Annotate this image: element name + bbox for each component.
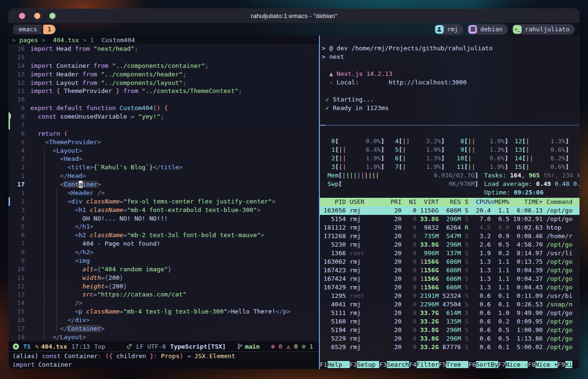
process-row[interactable]: 5229 rmj 20 0 33.8G 296M S 0.6 0.5 1:13.… [320, 334, 579, 343]
process-row[interactable]: 5111 rmj 20 0 33.7G 614M S 0.6 1.0 9:49.… [320, 309, 579, 317]
process-row[interactable]: 167429 rmj 20 0 1156G 686M S 1.3 1.1 0:0… [320, 283, 579, 292]
token: ({ [105, 352, 113, 360]
token: } [123, 283, 127, 290]
cpu-meter: 14[||6.2%] [514, 154, 569, 163]
code-text: import Head from "next/head"; [30, 45, 138, 53]
fkey-number: F4 [409, 361, 417, 368]
process-table-header[interactable]: PID USER PRI NI VIRT RES S CPU%▽MEM% TIM… [320, 198, 579, 206]
line-number: 1 [13, 172, 30, 180]
sort-column-header[interactable]: CPU%▽ [472, 198, 495, 205]
fkey-sortby[interactable]: F6SortBy [468, 361, 498, 369]
code-area[interactable]: 16import Head from "next/head";1514impor… [9, 44, 319, 341]
fkey-search[interactable]: F3Search [379, 361, 409, 369]
breadcrumb-item[interactable]: > [42, 37, 46, 44]
token: "../components/header" [97, 71, 183, 78]
token: alt [30, 266, 93, 273]
memory-meter: Mem[||||||||||6.93G/62.7G] [327, 171, 478, 180]
cpu-percent: 0.6% [490, 154, 504, 163]
status-badge-host[interactable]: debian [467, 24, 508, 35]
status-badge-session[interactable]: >_ rahuljuliato [512, 24, 575, 35]
meter-bar: | [361, 172, 364, 179]
token: > [79, 147, 83, 154]
minimize-button[interactable] [34, 13, 40, 19]
tmux-tab-emacs[interactable]: emacs [13, 25, 42, 34]
echo-line: import Container [12, 361, 315, 369]
process-row[interactable]: 5230 rmj 20 0 33.8G 296M S 2.6 0.5 4:58.… [320, 240, 579, 249]
code-text: </Layout> [30, 333, 86, 341]
tmux-tab-index-badge[interactable]: 1 [43, 25, 56, 34]
meter-bar: | [402, 155, 406, 162]
process-row[interactable]: 1295 root 20 0 2191M 52324 S 0.6 0.1 0:1… [320, 292, 579, 300]
error-count[interactable]: ⊗ 0 [271, 343, 282, 350]
fkey-filter[interactable]: F4Filter [409, 361, 439, 369]
cursor-position: 17:13 [71, 343, 90, 350]
process-row[interactable]: 167424 rmj 20 0 1156G 686M S 1.3 1.1 0:0… [320, 275, 579, 283]
cpu-label: 2 [327, 154, 335, 163]
modeline-filename: 404.tsx [41, 343, 67, 350]
cpu-percent: 0.6% [551, 163, 565, 171]
token: < [30, 198, 71, 205]
code-line: 1 <Header /> [9, 189, 319, 197]
process-row[interactable]: 181112 rmj 20 0 9832 6264 R 4.5 0.0 0:02… [320, 223, 579, 232]
line-number: 2 [13, 163, 30, 172]
breadcrumb-item[interactable]: pages [19, 37, 38, 44]
gutter-marker [9, 324, 13, 333]
token: = [93, 291, 97, 298]
token: import [30, 62, 53, 69]
fkey-ki[interactable]: F9Ki [558, 361, 572, 369]
close-button[interactable] [19, 13, 25, 19]
editor-pane: >pages> 404.tsx>1 Custom404 16import Hea… [9, 36, 319, 369]
line-number: 5 [13, 138, 30, 147]
process-row[interactable]: 167423 rmj 20 0 1156G 686M S 1.3 1.1 0:0… [320, 266, 579, 275]
token: children [112, 352, 149, 360]
token: ={ [101, 274, 109, 281]
breadcrumb-item[interactable]: 404.tsx [49, 37, 79, 44]
warning-count[interactable]: ⚠ 0 [287, 343, 298, 350]
process-row[interactable]: 5194 rmj 20 0 33.8G 296M S 0.6 0.5 1:00.… [320, 326, 579, 334]
token: = [120, 198, 123, 205]
process-row[interactable]: 163062 rmj 20 0 1156G 686M S 1.3 1.1 0:1… [320, 258, 579, 266]
process-row[interactable]: 5154 rmj 20 0 33.8G 296M S 7.0 0.5 19:02… [320, 215, 579, 223]
process-row[interactable]: 4041 rmj 20 0 2296M 47504 S 0.6 0.1 0:26… [320, 300, 579, 309]
token: export default function [30, 104, 116, 111]
process-row[interactable]: 163056 rmj 20 0 1156G 686M S 20.4 1.1 6:… [320, 206, 579, 215]
token: OH NO!... NO! NO! NO!!! [30, 215, 168, 222]
cpu-meter: 6[|1.3%] [391, 154, 445, 163]
process-row[interactable]: 6529 rmj 20 0 33.2G 87776 S 0.6 0.1 5:00… [320, 343, 579, 351]
fkey-help[interactable]: F1Help [320, 361, 350, 369]
gutter-marker [9, 121, 13, 129]
process-row[interactable]: 5160 rmj 20 0 33.2G 135M S 0.6 0.2 0:09.… [320, 317, 579, 326]
code-text: <div className="fex-ol tems-center flex … [30, 197, 276, 206]
status-badge-user[interactable]: rmj [434, 24, 463, 35]
breadcrumb-item[interactable]: 1 [90, 37, 94, 44]
token: "next/head" [90, 45, 134, 52]
fkey-tree[interactable]: F5Tree [439, 361, 469, 369]
process-row[interactable]: 171268 rmj 20 0 735M 547M S 3.2 0.9 0:08… [320, 232, 579, 240]
maximize-button[interactable] [49, 13, 56, 19]
token: Container [61, 352, 98, 360]
line-number: 13 [13, 290, 30, 299]
cpu-meter: 7[|1.9%] [391, 163, 445, 171]
token: > [227, 308, 231, 315]
fkey-label: Search [387, 361, 409, 368]
window-title: rahuljuliato:1:emacs - "debian" [251, 12, 337, 19]
process-row[interactable]: 1366 root 20 0 996M 137M S 1.9 0.2 8:14.… [320, 249, 579, 258]
breadcrumb-item[interactable]: > [12, 37, 16, 44]
meter-bar: | [343, 146, 346, 153]
breadcrumb-item[interactable]: > [83, 37, 86, 44]
gutter-marker [9, 87, 13, 95]
htop-pane[interactable]: 0[0.0%]4[||3.2%]8[||1.9%]12[|1.3%]1[||6.… [320, 126, 579, 369]
token: Head [64, 155, 78, 162]
terminal-pane[interactable]: > @ dev /home/rmj/Projects/github/rahulj… [320, 36, 579, 125]
info-count[interactable]: ⊙ 1 [302, 343, 313, 350]
meter-bar: | [526, 138, 530, 145]
fkey-nice-[interactable]: F8Nice + [528, 361, 558, 369]
line-number: 7 [13, 240, 30, 248]
token: > [90, 223, 93, 230]
token: "mb-2 text-3xl font-bold text-mauve" [127, 231, 261, 239]
code-text: import Layout from "../components/layout… [30, 79, 187, 87]
fkey-setup[interactable]: F2Setup [350, 361, 380, 369]
fkey-nice-[interactable]: F7Nice - [498, 361, 528, 369]
gutter-marker [9, 307, 13, 316]
breadcrumb-item[interactable]: Custom404 [98, 37, 135, 44]
